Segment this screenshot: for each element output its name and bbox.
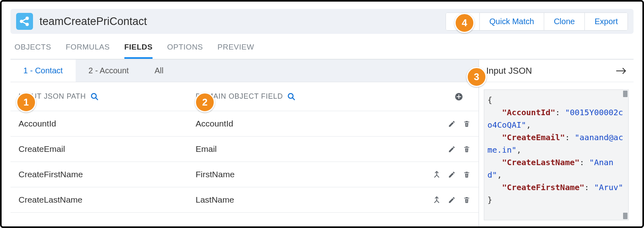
- tab-fields[interactable]: FIELDS: [124, 43, 153, 59]
- quick-match-button[interactable]: Quick Match: [480, 13, 544, 30]
- merge-icon[interactable]: [433, 196, 441, 204]
- json-text: { "AccountId": "0015Y00002co4CoQAI", "Cr…: [487, 94, 625, 206]
- add-icon[interactable]: [454, 92, 463, 101]
- callout-3: 3: [466, 67, 487, 87]
- sub-tab-account[interactable]: 2 - Account: [76, 60, 142, 82]
- edit-icon[interactable]: [448, 145, 456, 153]
- table-row: AccountIdAccountId: [10, 111, 479, 137]
- tab-formulas[interactable]: FORMULAS: [66, 43, 110, 59]
- tab-preview[interactable]: PREVIEW: [217, 43, 254, 59]
- cell-domain-field: FirstName: [196, 170, 433, 179]
- arrow-right-icon[interactable]: [616, 67, 626, 75]
- edit-icon[interactable]: [448, 120, 456, 128]
- svg-line-4: [23, 22, 27, 24]
- svg-line-8: [293, 97, 295, 99]
- svg-line-14: [437, 175, 439, 178]
- table-row: CreateFirstNameFirstName: [10, 162, 479, 187]
- nav-tabs: OBJECTS FORMULAS FIELDS OPTIONS PREVIEW: [10, 34, 634, 59]
- cell-input-path: CreateFirstName: [19, 170, 196, 179]
- json-code-box[interactable]: { "AccountId": "0015Y00002co4CoQAI", "Cr…: [484, 89, 629, 220]
- scroll-thumb[interactable]: [623, 213, 627, 219]
- tab-objects[interactable]: OBJECTS: [14, 43, 51, 59]
- cell-domain-field: LastName: [196, 195, 433, 205]
- edit-icon[interactable]: [448, 171, 456, 178]
- mapping-rows: AccountIdAccountIdCreateEmailEmailCreate…: [10, 111, 479, 228]
- cell-domain-field: Email: [196, 144, 448, 154]
- app-icon: [16, 13, 33, 30]
- svg-line-13: [434, 175, 437, 178]
- svg-line-16: [434, 201, 437, 203]
- svg-rect-11: [457, 96, 461, 97]
- input-json-panel: Input JSON { "AccountId": "0015Y00002co4…: [479, 60, 634, 228]
- cell-input-path: CreateLastName: [19, 195, 196, 205]
- delete-icon[interactable]: [463, 120, 471, 128]
- table-row: CreateEmailEmail: [10, 137, 479, 162]
- delete-icon[interactable]: [463, 171, 471, 178]
- merge-icon[interactable]: [433, 170, 441, 178]
- search-icon[interactable]: [287, 92, 296, 101]
- sub-tab-contact[interactable]: 1 - Contact: [10, 60, 76, 82]
- sub-tabs: 1 - Contact 2 - Account All: [10, 60, 479, 82]
- callout-4: 4: [454, 13, 475, 33]
- edit-icon[interactable]: [448, 196, 456, 204]
- tab-options[interactable]: OPTIONS: [167, 43, 203, 59]
- table-row: CreateLastNameLastName: [10, 187, 479, 213]
- svg-point-5: [91, 93, 96, 98]
- svg-line-3: [23, 19, 27, 21]
- export-button[interactable]: Export: [585, 13, 627, 30]
- cell-input-path: CreateEmail: [19, 144, 196, 154]
- svg-line-17: [437, 201, 439, 203]
- cell-domain-field: AccountId: [196, 119, 448, 129]
- delete-icon[interactable]: [463, 145, 471, 153]
- page-title: teamCreatePriContact: [39, 15, 147, 28]
- clone-button[interactable]: Clone: [544, 13, 585, 30]
- search-icon[interactable]: [90, 92, 99, 101]
- header-bar: teamCreatePriContact Edit Quick Match Cl…: [10, 9, 634, 34]
- svg-line-6: [95, 97, 97, 99]
- svg-point-7: [288, 93, 293, 98]
- input-json-title: Input JSON: [486, 66, 532, 76]
- sub-tab-all[interactable]: All: [142, 60, 176, 82]
- delete-icon[interactable]: [463, 196, 471, 204]
- callout-1: 1: [16, 92, 36, 112]
- callout-2: 2: [195, 92, 215, 112]
- scroll-thumb[interactable]: [623, 91, 627, 97]
- column-header-row: INPUT JSON PATH DOMAIN OBJECT FIELD: [10, 82, 479, 111]
- cell-input-path: AccountId: [19, 119, 196, 129]
